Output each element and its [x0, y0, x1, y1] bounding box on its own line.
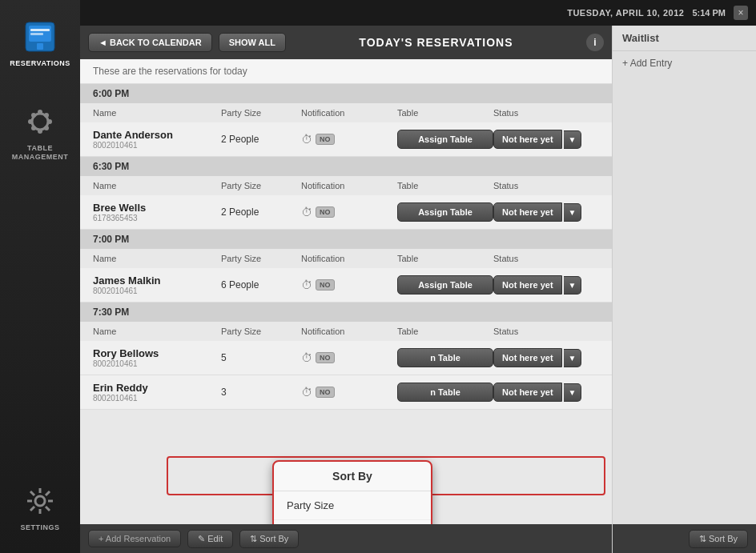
- guest-phone: 8002010461: [93, 141, 221, 150]
- assign-table-button[interactable]: n Table: [397, 348, 493, 367]
- show-all-button[interactable]: SHOW ALL: [219, 33, 286, 52]
- col-name: Name: [93, 327, 221, 336]
- waitlist-panel: Waitlist + Add Entry ⇅ Sort By: [612, 26, 756, 553]
- table-row: James Malkin 8002010461 6 People ⏱ NO As…: [80, 268, 612, 303]
- sidebar-item-table-management[interactable]: TABLEMANAGEMENT: [0, 93, 80, 171]
- sort-by-button[interactable]: ⇅ Sort By: [239, 530, 299, 548]
- sidebar-reservations-label: RESERVATIONS: [10, 59, 70, 67]
- svg-point-7: [38, 129, 42, 134]
- col-headers-730: Name Party Size Notification Table Statu…: [80, 322, 612, 341]
- reservations-content[interactable]: 6:00 PM Name Party Size Notification Tab…: [80, 84, 612, 524]
- reservation-name-cell: James Malkin 8002010461: [93, 274, 221, 295]
- clock-icon: ⏱: [301, 206, 312, 218]
- back-to-calendar-button[interactable]: ◄ BACK TO CALENDAR: [88, 33, 212, 52]
- status-button[interactable]: Not here yet: [493, 383, 562, 402]
- close-button[interactable]: ×: [734, 6, 748, 20]
- svg-point-6: [38, 110, 42, 114]
- notification-cell: ⏱ NO: [301, 279, 397, 291]
- status-dropdown-arrow[interactable]: ▼: [564, 383, 582, 402]
- status-cell: Not here yet ▼: [493, 130, 605, 149]
- svg-line-20: [46, 507, 50, 511]
- status-button[interactable]: Not here yet: [493, 130, 562, 149]
- waitlist-sort-button[interactable]: ⇅ Sort By: [689, 530, 748, 548]
- svg-rect-2: [30, 29, 50, 31]
- sidebar-table-management-label: TABLEMANAGEMENT: [12, 144, 69, 162]
- svg-line-19: [30, 491, 34, 495]
- reservations-panel: ◄ BACK TO CALENDAR SHOW ALL TODAY'S RESE…: [80, 26, 612, 553]
- edit-button[interactable]: ✎ Edit: [187, 530, 233, 548]
- col-party-size: Party Size: [221, 254, 301, 263]
- sidebar-item-reservations[interactable]: RESERVATIONS: [0, 8, 80, 77]
- notification-cell: ⏱ NO: [301, 133, 397, 146]
- status-dropdown-arrow[interactable]: ▼: [564, 349, 582, 367]
- add-entry-button[interactable]: + Add Entry: [613, 51, 756, 75]
- content-area: ◄ BACK TO CALENDAR SHOW ALL TODAY'S RESE…: [80, 26, 756, 553]
- topbar: TUESDAY, APRIL 10, 2012 5:14 PM ×: [80, 0, 756, 26]
- status-button[interactable]: Not here yet: [493, 348, 562, 367]
- svg-line-21: [46, 491, 50, 495]
- topbar-date: TUESDAY, APRIL 10, 2012: [567, 8, 684, 18]
- party-size-cell: 2 People: [221, 134, 301, 145]
- sort-party-size-label: Party Size: [287, 499, 334, 511]
- reservations-icon: [21, 18, 59, 56]
- table-row: Rory Bellows 8002010461 5 ⏱ NO n Table N…: [80, 341, 612, 375]
- col-headers-700: Name Party Size Notification Table Statu…: [80, 249, 612, 268]
- party-size-cell: 5: [221, 352, 301, 363]
- col-party-size: Party Size: [221, 181, 301, 190]
- add-reservation-button[interactable]: + Add Reservation: [88, 530, 181, 547]
- sidebar-item-settings[interactable]: SETTINGS: [0, 472, 80, 541]
- col-notification: Notification: [301, 327, 397, 336]
- assign-table-button[interactable]: n Table: [397, 383, 493, 402]
- svg-point-12: [44, 113, 49, 118]
- guest-phone: 8002010461: [93, 287, 221, 295]
- guest-phone: 8002010461: [93, 394, 221, 403]
- guest-phone: 8002010461: [93, 359, 221, 368]
- table-management-icon: [21, 102, 59, 141]
- col-notification: Notification: [301, 181, 397, 190]
- status-button[interactable]: Not here yet: [493, 275, 562, 295]
- col-party-size: Party Size: [221, 327, 301, 336]
- guest-name: James Malkin: [93, 274, 221, 287]
- col-table: Table: [397, 181, 493, 190]
- col-status: Status: [493, 108, 605, 118]
- table-row: Erin Reddy 8002010461 3 ⏱ NO n Table Not…: [80, 375, 612, 410]
- sort-popup-title: Sort By: [274, 462, 431, 491]
- table-row: Dante Anderson 8002010461 2 People ⏱ NO …: [80, 122, 612, 157]
- subtitle: These are the reservations for today: [80, 59, 612, 84]
- clock-icon: ⏱: [301, 279, 312, 291]
- sort-name-item[interactable]: Name: [274, 520, 431, 524]
- settings-icon: [21, 482, 59, 520]
- status-button[interactable]: Not here yet: [493, 202, 562, 222]
- sort-selection-highlight: [167, 456, 605, 495]
- guest-name: Rory Bellows: [93, 347, 221, 359]
- svg-rect-4: [37, 43, 43, 50]
- party-size-cell: 2 People: [221, 206, 301, 218]
- sort-popup: Sort By Party Size Name Time ✓: [272, 460, 432, 524]
- waitlist-bottom-toolbar: ⇅ Sort By: [613, 524, 756, 553]
- status-dropdown-arrow[interactable]: ▼: [564, 203, 582, 222]
- reservation-name-cell: Rory Bellows 8002010461: [93, 347, 221, 368]
- guest-name: Dante Anderson: [93, 129, 221, 141]
- assign-table-button[interactable]: Assign Table: [397, 275, 493, 295]
- svg-point-9: [47, 119, 52, 124]
- notification-cell: ⏱ NO: [301, 351, 397, 364]
- assign-table-button[interactable]: Assign Table: [397, 202, 493, 222]
- info-button[interactable]: i: [586, 34, 604, 51]
- table-row: Bree Wells 6178365453 2 People ⏱ NO Assi…: [80, 195, 612, 230]
- sidebar: RESERVATIONS TABLEMANAGEMENT: [0, 0, 80, 553]
- status-dropdown-arrow[interactable]: ▼: [564, 276, 582, 295]
- guest-name: Erin Reddy: [93, 382, 221, 394]
- col-notification: Notification: [301, 108, 397, 118]
- notification-cell: ⏱ NO: [301, 386, 397, 399]
- time-section-600: 6:00 PM: [80, 84, 612, 103]
- notif-badge: NO: [316, 387, 335, 398]
- guest-phone: 6178365453: [93, 214, 221, 222]
- sidebar-settings-label: SETTINGS: [20, 523, 59, 531]
- clock-icon: ⏱: [301, 386, 312, 399]
- toolbar-title: TODAY'S RESERVATIONS: [292, 36, 580, 49]
- status-cell: Not here yet ▼: [493, 275, 605, 295]
- assign-table-button[interactable]: Assign Table: [397, 130, 493, 149]
- svg-line-22: [30, 507, 34, 511]
- sort-party-size-item[interactable]: Party Size: [274, 491, 431, 520]
- status-dropdown-arrow[interactable]: ▼: [564, 130, 582, 149]
